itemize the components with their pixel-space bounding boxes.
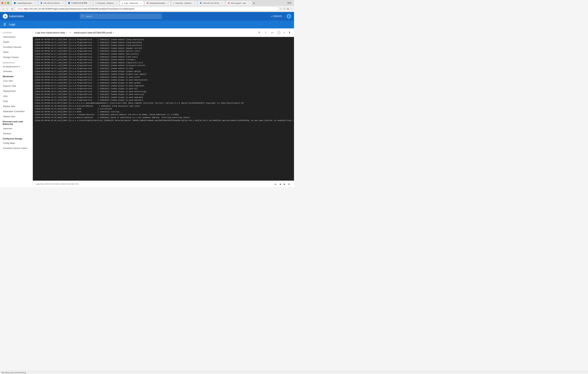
sidebar-item-nodes[interactable]: Nodes [0, 39, 33, 44]
log-content[interactable]: [2018-03-05T09:16:27,118][INFO ][o.e.p.P… [33, 37, 294, 181]
tab-1[interactable]: 🔵 Install Elasticsearc... ✕ [11, 1, 38, 5]
log-time-range: Logs from 3/5/18 9:16 AM to 3/5/18 9:16 … [35, 183, 79, 185]
download-icon[interactable]: ⬇ [287, 31, 291, 34]
page-title: Logs [9, 23, 15, 26]
back-button[interactable]: ◀ [1, 7, 5, 11]
tab-favicon: 🐙 [228, 2, 230, 4]
search-input[interactable] [86, 15, 160, 18]
sidebar-item-stateful-sets[interactable]: Stateful Sets [0, 114, 33, 119]
tab-2[interactable]: 🔷 192.168.119.160:31... ✕ [38, 1, 65, 5]
tab-close-icon[interactable]: ✕ [248, 2, 250, 4]
sidebar-item-jobs[interactable]: Jobs [0, 94, 33, 99]
wrap-icon[interactable]: ↩ [270, 31, 274, 34]
reload-button[interactable]: ↻ [10, 7, 14, 11]
last-page-button[interactable]: ⏭ [287, 182, 291, 186]
header-right: + CREATE | 👤 [271, 14, 291, 19]
create-button[interactable]: + CREATE [271, 15, 282, 18]
discovery-lb-section-label: Discovery and Load Balancing [0, 119, 33, 126]
address-bar[interactable]: 不安全 https://192.168.119.160:32286/#!/log… [15, 7, 279, 11]
address-bar-row: ◀ ▶ ↻ 不安全 https://192.168.119.160:32286/… [0, 6, 294, 12]
tab-close-icon[interactable]: ✕ [62, 2, 63, 4]
kubernetes-logo-icon: ⎈ [3, 14, 8, 19]
tab-label: Logs - Kubernete... [124, 2, 139, 4]
header-search[interactable]: 🔍 [80, 13, 162, 19]
log-count: 0 [284, 31, 285, 34]
tab-close-icon[interactable]: ✕ [34, 2, 36, 4]
sidebar-item-persistent-volumes[interactable]: Persistent Volumes [0, 44, 33, 50]
tab-8[interactable]: 🔷 192.168.115.210:32... ✕ [198, 1, 225, 5]
url-display: https://192.168.119.160:32286/#!/log/ns-… [24, 8, 276, 10]
tab-favicon: 🐙 [146, 2, 149, 4]
tab-favicon: 🔵 [14, 2, 16, 4]
namespace-value: ns-elasticsearch [3, 65, 18, 68]
sidebar: Cluster Namespaces Nodes Persistent Volu… [0, 28, 33, 187]
menu-icon[interactable]: ⋮ [290, 8, 293, 10]
workloads-section-label: Workloads [0, 74, 33, 78]
tab-close-icon[interactable]: ✕ [194, 2, 195, 4]
tab-bar: 🔵 Install Elasticsearc... ✕ 🔷 192.168.11… [0, 0, 294, 6]
font-size-icon[interactable]: A [257, 31, 261, 34]
tab-4[interactable]: ⎈ Overview - Kuberne... ✕ [93, 1, 119, 5]
extension-icon-1[interactable]: 🛡 [283, 8, 286, 10]
prev-page-button[interactable]: ◀ [278, 182, 282, 186]
tab-5-active[interactable]: ⎈ Logs - Kubernete... ✕ [120, 1, 144, 5]
tab-label: 192.168.119.160:31... [43, 2, 61, 4]
search-icon: 🔍 [82, 15, 84, 18]
namespace-selector[interactable]: ns-elasticsearch ▾ [0, 64, 33, 69]
tab-favicon: 🔷 [40, 2, 42, 4]
bookmark-icon[interactable]: ☆ [280, 8, 282, 10]
sidebar-item-ingresses[interactable]: Ingresses [0, 126, 33, 131]
log-pod-selector[interactable]: elasticsearch-data-657bb6c8f9-pzmj5 ▾ [74, 31, 114, 34]
sidebar-item-cron-jobs[interactable]: Cron Jobs [0, 78, 33, 83]
main-layout: Cluster Namespaces Nodes Persistent Volu… [0, 28, 294, 187]
close-dot[interactable] [1, 2, 3, 4]
sidebar-item-replication-controllers[interactable]: Replication Controllers [0, 109, 33, 114]
tab-close-icon[interactable]: ✕ [167, 2, 169, 4]
svg-text:⎈: ⎈ [5, 15, 6, 18]
sidebar-item-overview[interactable]: Overview [0, 69, 33, 74]
sidebar-item-namespaces[interactable]: Namespaces [0, 34, 33, 39]
security-warning: 不安全 [17, 8, 23, 10]
tab-7[interactable]: ⎈ Overview - Kuberne... ✕ [171, 1, 197, 5]
address-bar-icons: ☆ 🛡 ⚙ ⋮ [280, 8, 293, 10]
first-page-button[interactable]: ⏮ [273, 182, 278, 186]
sidebar-item-roles[interactable]: Roles [0, 50, 33, 55]
sidebar-item-deployments[interactable]: Deployments [0, 88, 33, 94]
hamburger-menu-icon[interactable]: ☰ [3, 22, 6, 26]
config-section-label: Config and Storage [0, 136, 33, 140]
browser-chrome: 🔵 Install Elasticsearc... ✕ 🔷 192.168.11… [0, 0, 294, 12]
k8s-logo: ⎈ kubernetes [3, 14, 24, 19]
tab-9[interactable]: 🐙 rlimit support · Issu... ✕ [225, 1, 252, 5]
sidebar-item-daemon-sets[interactable]: Daemon Sets [0, 83, 33, 88]
sidebar-item-pods[interactable]: Pods [0, 99, 33, 104]
forward-button[interactable]: ▶ [6, 7, 9, 11]
cluster-section-label: Cluster [0, 30, 33, 34]
tab-close-icon[interactable]: ✕ [222, 2, 223, 4]
tab-label: Install Elasticsearc... [17, 2, 33, 4]
tab-label: 192.168.115.210:32... [203, 2, 220, 4]
more-tabs[interactable]: ▶ [252, 2, 256, 4]
tab-favicon: 🔵 [68, 2, 70, 4]
page-subheader: ☰ Logs [0, 21, 294, 28]
typography-icon[interactable]: Tᵣ [264, 31, 268, 34]
avatar: 👤 [286, 14, 291, 19]
sidebar-item-storage-classes[interactable]: Storage Classes [0, 55, 33, 60]
user-name: 陈某 [287, 2, 293, 4]
sidebar-item-replica-sets[interactable]: Replica Sets [0, 104, 33, 109]
maximize-dot[interactable] [7, 2, 9, 4]
sidebar-item-persistent-volume-claims[interactable]: Persistent Volume Claims [0, 146, 33, 151]
sidebar-item-config-maps[interactable]: Config Maps [0, 140, 33, 146]
tab-close-icon[interactable]: ✕ [116, 2, 117, 4]
tab-3[interactable]: 🔵 Pod状态与生命周期... ✕ [66, 1, 93, 5]
timestamp-icon[interactable]: 🕐 [277, 31, 281, 34]
tab-close-icon[interactable]: ✕ [90, 2, 91, 4]
log-footer: Logs from 3/5/18 9:16 AM to 3/5/18 9:16 … [33, 181, 294, 187]
sidebar-item-services[interactable]: Services [0, 131, 33, 136]
extension-icon-2[interactable]: ⚙ [287, 8, 289, 10]
log-source-selector[interactable]: Logs from elasticsearch-data ▾ [35, 31, 67, 34]
minimize-dot[interactable] [4, 2, 6, 4]
tab-close-icon[interactable]: ✕ [140, 2, 142, 4]
log-pod-label: elasticsearch-data-657bb6c8f9-pzmj5 [74, 31, 112, 34]
next-page-button[interactable]: ▶ [283, 182, 286, 186]
tab-6[interactable]: 🐙 elasticsearch/elasti... ✕ [144, 1, 171, 5]
